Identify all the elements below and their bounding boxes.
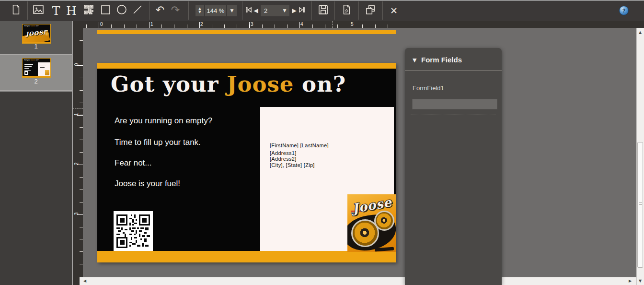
h-ruler-number: 3 — [251, 22, 253, 27]
line-icon — [132, 4, 143, 17]
new-page-icon — [11, 4, 21, 17]
thumb-art-emblem — [45, 32, 49, 36]
last-page-button[interactable] — [298, 7, 305, 14]
export-pdf-button[interactable] — [340, 4, 353, 17]
scroll-down-icon[interactable]: ▼ — [639, 279, 642, 283]
body-text-line[interactable]: Are you running on empty? — [115, 116, 212, 126]
circle-icon — [116, 4, 127, 17]
undo-button[interactable]: ↶ — [154, 3, 166, 17]
h-ruler-number: 0 — [100, 22, 103, 27]
scroll-up-icon[interactable]: ▲ — [639, 31, 642, 35]
page-thumbnail-item-1[interactable]: Got your Joose on? Joose 1 — [0, 21, 72, 54]
toolbar-separator — [382, 1, 383, 20]
close-button[interactable]: ✕ — [388, 4, 400, 17]
zoom-dropdown-button[interactable]: ▼ — [227, 5, 237, 16]
redo-button[interactable]: ↷ — [169, 3, 182, 17]
page-thumbnail-item-2-selected[interactable]: Got your Joose on? 2 — [0, 55, 72, 90]
merge-field-address1[interactable]: [Address1] — [270, 150, 297, 156]
chevron-down-icon: ▼ — [230, 9, 234, 13]
previous-page-icon: ◀ — [253, 8, 258, 13]
body-text-line[interactable]: Time to fill up your tank. — [115, 138, 201, 147]
poster-speaker-small — [374, 211, 394, 231]
toolbar-separator — [242, 1, 242, 20]
poster-footer-mark — [375, 247, 394, 252]
h-ruler-number: 2 — [200, 22, 203, 27]
page-dropdown-button[interactable]: ▼ — [280, 5, 289, 16]
body-text-line[interactable]: Joose is your fuel! — [115, 179, 180, 189]
insert-qr-button[interactable] — [82, 4, 95, 17]
pdf-icon — [341, 4, 352, 17]
vertical-scrollbar-thumb[interactable] — [637, 142, 643, 268]
designer-window: T H ↶ ↷ ▲ ▼ 144 % ▼ — [0, 0, 644, 285]
page-1-thumbnail[interactable]: Got your Joose on? Joose — [22, 24, 51, 44]
v-ruler-number: 2 — [74, 161, 79, 167]
joose-poster-image[interactable]: Joose — [347, 194, 396, 252]
help-button[interactable]: ? — [619, 6, 629, 15]
thumb-qr — [24, 71, 28, 75]
heading-tool-icon: H — [66, 5, 77, 17]
previous-page-button[interactable]: ◀ — [253, 7, 259, 14]
page-1-bottom-fragment — [97, 30, 396, 34]
h-ruler-guide-marker — [333, 21, 333, 28]
rectangle-icon — [101, 5, 111, 17]
copy-page-button[interactable] — [364, 4, 376, 17]
horizontal-scrollbar[interactable]: ◀ ▶ — [80, 277, 636, 285]
v-ruler-number: 1 — [74, 111, 79, 118]
qr-code-icon — [84, 5, 93, 16]
save-button[interactable] — [317, 4, 329, 17]
close-icon: ✕ — [390, 5, 398, 16]
ellipse-tool-button[interactable] — [115, 4, 128, 17]
thumb-poster — [45, 70, 49, 75]
page-1-label: 1 — [0, 43, 72, 50]
formfield1-input[interactable] — [412, 99, 497, 109]
h-ruler-number: 5 — [351, 22, 354, 27]
merge-field-citystatezip[interactable]: [City], [State] [Zip] — [270, 162, 315, 168]
undo-icon: ↶ — [156, 5, 164, 15]
zoom-value[interactable]: 144 % — [205, 5, 226, 16]
h-ruler-number: 1 — [150, 22, 153, 27]
text-tool-icon: T — [52, 5, 60, 17]
page-number-input[interactable]: 2 — [261, 5, 282, 16]
scroll-right-icon[interactable]: ▶ — [629, 279, 632, 283]
ruler-corner — [636, 21, 644, 28]
line-tool-button[interactable] — [131, 4, 144, 17]
text-tool-button[interactable]: T — [50, 4, 62, 17]
toolbar-separator — [149, 1, 150, 20]
image-icon — [33, 4, 44, 17]
thumb-bottom-bar — [23, 76, 50, 77]
insert-image-button[interactable] — [32, 4, 45, 17]
v-ruler-guide-marker — [73, 108, 83, 108]
headline-brand: Joose — [227, 71, 294, 97]
zoom-step-down-icon[interactable]: ▼ — [198, 11, 201, 14]
toolbar-separator — [27, 1, 28, 20]
merge-field-name[interactable]: [FirstName] [LastName] — [270, 142, 329, 148]
first-page-button[interactable] — [245, 7, 253, 14]
next-page-button[interactable]: ▶ — [291, 7, 298, 14]
qr-code-image — [116, 214, 150, 248]
qr-code-element[interactable] — [114, 211, 153, 251]
heading-tool-button[interactable]: H — [65, 4, 78, 17]
first-page-icon — [246, 6, 252, 15]
page-2-thumbnail[interactable]: Got your Joose on? — [22, 58, 51, 78]
headline-post: on? — [294, 71, 346, 97]
scroll-left-icon[interactable]: ◀ — [83, 279, 86, 283]
page-bottom-orange-bar[interactable] — [97, 251, 396, 262]
zoom-stepper[interactable]: ▲ ▼ — [196, 5, 204, 16]
formfield1-label: FormField1 — [413, 84, 444, 92]
body-text-line[interactable]: Fear not... — [115, 158, 151, 168]
page-top-orange-bar[interactable] — [97, 63, 396, 69]
merge-field-address2[interactable]: [Address2] — [270, 156, 297, 162]
headline-text[interactable]: Got your Joose on? — [111, 71, 386, 97]
document-page-2[interactable]: Got your Joose on? Are you running on em… — [97, 63, 396, 262]
save-icon — [318, 4, 329, 17]
duplicate-icon — [365, 4, 376, 17]
last-page-icon — [299, 6, 305, 15]
headline-pre: Got your — [111, 71, 227, 97]
scrollbar-grip — [639, 202, 642, 207]
collapse-panel-icon[interactable]: ▼ — [413, 58, 416, 63]
toolbar-separator — [188, 1, 189, 20]
new-page-button[interactable] — [10, 4, 22, 17]
form-fields-panel-title: Form Fields — [421, 56, 462, 64]
rectangle-tool-button[interactable] — [99, 4, 112, 17]
help-icon: ? — [622, 8, 626, 13]
